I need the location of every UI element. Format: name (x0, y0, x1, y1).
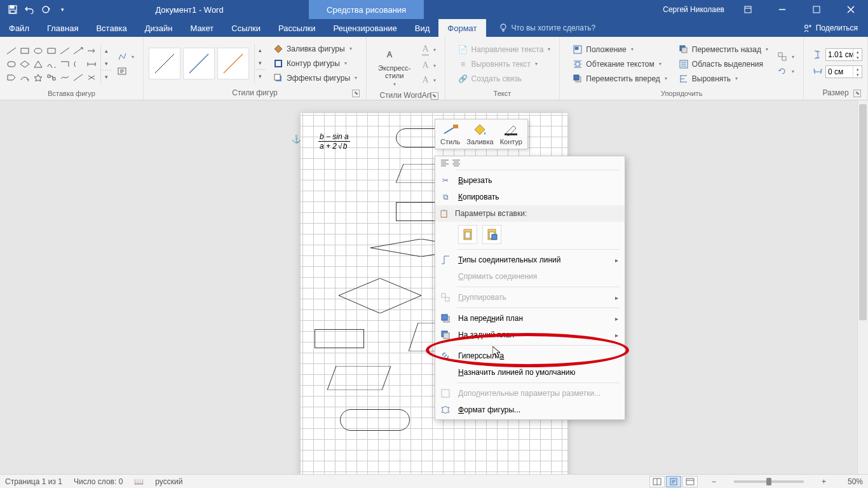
shape-effects-button[interactable]: Эффекты фигуры▾ (269, 72, 361, 85)
bring-front-icon (439, 312, 452, 325)
align-left-icon[interactable] (440, 159, 449, 166)
minimize-icon[interactable] (768, 0, 797, 19)
zoom-out-button[interactable]: − (709, 477, 719, 486)
ctx-bring-front[interactable]: На передний план▸ (435, 310, 625, 327)
group-size: 1.01 см▴▾ 0 см▴▾ Размер⬊ (804, 37, 868, 100)
tab-home[interactable]: Главная (38, 19, 87, 37)
styles-gallery-more[interactable]: ▴▾▾ (254, 44, 266, 83)
vertical-scrollbar[interactable] (857, 100, 868, 474)
group-button[interactable]: ▾ (773, 50, 798, 63)
svg-line-12 (155, 54, 174, 73)
zoom-level[interactable]: 50% (840, 477, 863, 486)
shape-decision-diamond[interactable] (339, 278, 421, 313)
drawing-tools-tab-title: Средства рисования (309, 0, 424, 19)
svg-rect-43 (445, 297, 449, 301)
shape-terminator-2[interactable] (340, 409, 410, 431)
height-spinner[interactable]: 1.01 см▴▾ (813, 48, 862, 61)
width-spinner[interactable]: 0 см▴▾ (813, 65, 862, 78)
ctx-cut[interactable]: ✂ВВырезатьырезать (435, 172, 625, 189)
ctx-send-back[interactable]: На задний план▸ (435, 327, 625, 343)
view-web-layout[interactable] (682, 476, 698, 487)
tab-mailings[interactable]: Рассылки (269, 19, 324, 37)
ctx-copy[interactable]: ⧉Копировать (435, 189, 625, 205)
ctx-more-layout: Дополнительные параметры разметки... (435, 385, 625, 402)
tab-review[interactable]: Рецензирование (324, 19, 405, 37)
shape-styles-gallery[interactable]: ▴▾▾ (149, 44, 266, 83)
tab-references[interactable]: Ссылки (222, 19, 269, 37)
tab-view[interactable]: Вид (406, 19, 439, 37)
position-button[interactable]: Положение▾ (569, 43, 670, 56)
svg-rect-20 (575, 47, 578, 50)
edit-shape-button[interactable]: ▾ (113, 50, 138, 63)
document-workspace[interactable]: ⚓ b − sin a a + 2√b (0, 100, 868, 474)
size-group-launcher[interactable]: ⬊ (853, 90, 861, 97)
ribbon-display-icon[interactable] (733, 0, 763, 19)
ribbon-tabs: Файл Главная Вставка Дизайн Макет Ссылки… (0, 19, 868, 37)
tab-design[interactable]: Дизайн (136, 19, 182, 37)
create-link-button: 🔗Создать связь (454, 72, 555, 85)
ctx-set-default-line[interactable]: Назначить линией по умолчанию (435, 364, 625, 381)
group-icon (439, 291, 452, 304)
rotate-button[interactable]: ▾ (773, 65, 798, 78)
tab-format[interactable]: Формат (438, 19, 485, 37)
align-button[interactable]: Выровнять▾ (675, 72, 772, 85)
svg-rect-51 (686, 478, 694, 485)
tab-insert[interactable]: Вставка (87, 19, 135, 37)
selection-pane-button[interactable]: Область выделения (675, 58, 772, 71)
status-word-count[interactable]: Число слов: 0 (74, 477, 123, 486)
ctx-straighten: Спрямить соединения (435, 268, 625, 285)
redo-icon[interactable] (38, 2, 53, 17)
view-mode-buttons (649, 476, 698, 487)
close-icon[interactable] (836, 0, 865, 19)
zoom-slider[interactable] (734, 480, 804, 483)
text-outline-button[interactable]: A▾ (418, 59, 439, 72)
shapes-gallery-more[interactable]: ▴▾▾ (100, 44, 112, 84)
svg-rect-28 (782, 57, 786, 60)
shape-fill-button[interactable]: Заливка фигуры▾ (269, 43, 361, 55)
svg-rect-42 (442, 294, 445, 297)
styles-group-launcher[interactable]: ⬊ (352, 90, 360, 97)
paste-option-1[interactable] (458, 225, 477, 244)
text-fill-button[interactable]: A▾ (418, 43, 439, 57)
view-print-layout[interactable] (666, 476, 681, 487)
paste-option-2[interactable] (482, 225, 501, 244)
user-name[interactable]: Сергей Николаев (663, 5, 724, 14)
title-bar: ▾ Документ1 - Word Средства рисования Се… (0, 0, 868, 19)
tab-layout[interactable]: Макет (181, 19, 222, 37)
mini-fill-button[interactable]: Заливка (466, 123, 493, 146)
tab-file[interactable]: Файл (0, 19, 38, 37)
undo-icon[interactable] (22, 2, 37, 17)
save-icon[interactable] (5, 2, 20, 17)
zoom-in-button[interactable]: + (819, 477, 829, 486)
hyperlink-icon (439, 349, 452, 362)
ctx-hyperlink[interactable]: Гиперссылка (435, 348, 625, 364)
status-proofing-icon[interactable]: 📖 (134, 477, 144, 486)
wordart-group-launcher[interactable]: ⬊ (431, 92, 438, 100)
wrap-text-button[interactable]: Обтекание текстом▾ (569, 58, 670, 71)
shape-outline-button[interactable]: Контур фигуры▾ (269, 57, 361, 70)
tell-me-search[interactable]: Что вы хотите сделать? (486, 19, 793, 37)
shape-parallelogram-3[interactable] (327, 366, 391, 390)
status-language[interactable]: русский (155, 477, 182, 486)
mini-style-button[interactable]: Стиль (440, 123, 460, 146)
svg-point-7 (804, 25, 808, 29)
send-backward-button[interactable]: Переместить назад▾ (675, 43, 772, 56)
mini-outline-button[interactable]: Контур (500, 123, 522, 146)
svg-rect-8 (21, 48, 29, 53)
share-button[interactable]: Поделиться (793, 19, 868, 37)
group-label-shapes: Вставка фигур (5, 88, 138, 100)
maximize-icon[interactable] (802, 0, 831, 19)
shapes-gallery[interactable]: ▴▾▾ (5, 44, 112, 84)
shape-process-2[interactable] (315, 329, 364, 348)
ctx-format-shape[interactable]: Формат фигуры... (435, 402, 625, 418)
bring-forward-button[interactable]: Переместить вперед▾ (569, 72, 670, 85)
view-read-mode[interactable] (649, 476, 665, 487)
draw-textbox-button[interactable] (113, 65, 138, 78)
align-center-icon[interactable] (452, 159, 461, 166)
quick-styles-button[interactable]: A Экспресс-стили ▾ (372, 39, 417, 90)
svg-marker-33 (327, 366, 391, 390)
qat-customize-icon[interactable]: ▾ (55, 2, 70, 17)
ctx-connector-types[interactable]: Типы соединительных линий▸ (435, 252, 625, 268)
status-page[interactable]: Страница 1 из 1 (5, 477, 62, 486)
text-effects-button[interactable]: A▾ (418, 74, 439, 86)
